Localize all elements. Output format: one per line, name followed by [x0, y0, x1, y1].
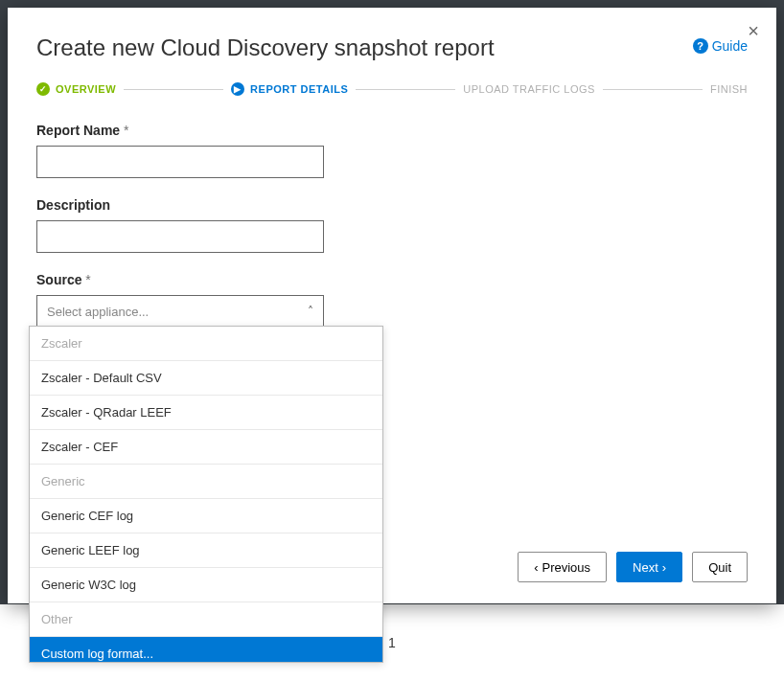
dropdown-item-custom-log[interactable]: Custom log format... [30, 637, 382, 662]
description-label: Description [36, 197, 324, 213]
dropdown-scroll[interactable]: Zscaler Zscaler - Default CSV Zscaler - … [30, 327, 382, 662]
quit-button[interactable]: Quit [692, 552, 748, 582]
dialog-footer: ‹ Previous Next › Quit [518, 552, 748, 582]
step-divider [124, 89, 223, 90]
play-icon: ▶ [231, 82, 244, 96]
chevron-left-icon: ‹ [534, 560, 538, 575]
step-finish: FINISH [710, 83, 748, 95]
dropdown-item[interactable]: Generic LEEF log [30, 533, 382, 568]
guide-label: Guide [712, 38, 748, 54]
step-label: FINISH [710, 83, 748, 95]
help-icon: ? [693, 38, 708, 54]
dropdown-group-zscaler: Zscaler [30, 327, 382, 361]
dropdown-item[interactable]: Zscaler - CEF [30, 430, 382, 465]
step-report-details[interactable]: ▶ REPORT DETAILS [231, 82, 348, 96]
checkmark-icon: ✓ [36, 82, 50, 96]
source-select[interactable]: Select appliance... ˄ [36, 295, 324, 328]
chevron-up-icon: ˄ [308, 305, 313, 318]
dropdown-item[interactable]: Zscaler - Default CSV [30, 361, 382, 396]
next-button[interactable]: Next › [616, 552, 682, 582]
step-divider [603, 89, 703, 90]
close-icon[interactable]: × [748, 21, 759, 40]
step-label: OVERVIEW [56, 83, 116, 95]
step-divider [356, 89, 455, 90]
dropdown-group-generic: Generic [30, 465, 382, 499]
source-label: Source * [36, 272, 324, 287]
source-placeholder: Select appliance... [47, 305, 149, 319]
dropdown-item[interactable]: Generic CEF log [30, 499, 382, 533]
previous-button[interactable]: ‹ Previous [518, 552, 607, 582]
wizard-stepper: ✓ OVERVIEW ▶ REPORT DETAILS UPLOAD TRAFF… [36, 82, 748, 96]
report-name-input[interactable] [36, 146, 324, 178]
chevron-right-icon: › [662, 560, 666, 575]
dropdown-item[interactable]: Zscaler - QRadar LEEF [30, 396, 382, 430]
dropdown-item[interactable]: Generic W3C log [30, 568, 382, 602]
page-number: 1 [388, 635, 396, 650]
step-overview[interactable]: ✓ OVERVIEW [36, 82, 116, 96]
description-input[interactable] [36, 220, 324, 253]
step-label: UPLOAD TRAFFIC LOGS [463, 83, 595, 95]
dropdown-group-other: Other [30, 602, 382, 637]
step-label: REPORT DETAILS [250, 83, 348, 95]
dialog-title: Create new Cloud Discovery snapshot repo… [36, 34, 748, 61]
guide-link[interactable]: ? Guide [693, 38, 748, 54]
form-area: Report Name * Description Source * Selec… [36, 123, 324, 328]
report-name-label: Report Name * [36, 123, 324, 138]
source-dropdown: Zscaler Zscaler - Default CSV Zscaler - … [29, 326, 383, 663]
step-upload-logs: UPLOAD TRAFFIC LOGS [463, 83, 595, 95]
